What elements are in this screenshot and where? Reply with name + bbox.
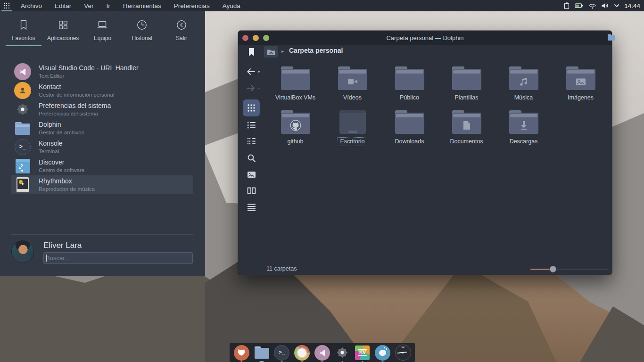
tab-favoritos[interactable]: Favoritos (4, 14, 43, 46)
folder-virtualbox-vms[interactable]: VirtualBox VMs (267, 64, 324, 107)
back-dropdown-icon[interactable]: ▾ (258, 70, 260, 74)
folder-descargas[interactable]: Descargas (495, 107, 552, 151)
titlebar[interactable]: Carpeta personal — Dolphin (238, 31, 612, 45)
folder-icon (395, 110, 424, 134)
menu-archivo[interactable]: Archivo (21, 2, 42, 9)
folder-icon (395, 66, 424, 90)
folder-downloads[interactable]: Downloads (381, 107, 438, 151)
folder-icon (281, 66, 310, 90)
folder-publico[interactable]: Público (381, 64, 438, 107)
folder-videos[interactable]: Vídeos (324, 64, 381, 107)
user-avatar[interactable] (11, 240, 34, 263)
wifi-icon[interactable] (588, 3, 596, 9)
folder-github[interactable]: github (267, 107, 324, 151)
tab-label: Historial (132, 35, 152, 41)
menu-ver[interactable]: Ver (84, 2, 93, 9)
menu-ir[interactable]: Ir (107, 2, 110, 9)
app-item-discover[interactable]: › DiscoverCentro de software (11, 156, 193, 175)
tab-label: Aplicaciones (47, 35, 79, 41)
menu-preferencias[interactable]: Preferencias (174, 2, 210, 9)
app-item-kontact[interactable]: KontactGestor de información personal (11, 81, 193, 100)
tab-equipo[interactable]: Equipo (83, 14, 123, 46)
places-bookmark-icon[interactable] (248, 48, 255, 57)
computer-icon (96, 19, 108, 31)
menu-herramientas[interactable]: Herramientas (123, 2, 161, 9)
dock-item-vscode[interactable] (314, 345, 330, 361)
breadcrumb-home-button[interactable] (264, 46, 278, 58)
downloads-folder-icon (509, 110, 538, 134)
app-item-konsole[interactable]: >_ KonsoleTerminal (11, 138, 193, 156)
search-icon[interactable] (247, 154, 256, 163)
close-button[interactable] (242, 35, 248, 41)
forward-dropdown-icon[interactable]: ▾ (258, 86, 260, 90)
dock-item-system-settings[interactable] (334, 345, 350, 361)
search-input[interactable] (44, 255, 192, 262)
system-settings-icon (14, 101, 31, 118)
dock-item-blue-app[interactable] (375, 345, 391, 361)
breadcrumb-separator: ▸ (281, 49, 284, 54)
dock-item-firefox[interactable] (233, 345, 249, 361)
app-launcher-button[interactable] (0, 0, 13, 11)
battery-icon[interactable] (575, 2, 584, 9)
system-settings-icon (335, 345, 350, 360)
breadcrumb-location[interactable]: Carpeta personal (289, 47, 343, 54)
folder-label: Público (398, 94, 421, 102)
search-box (43, 252, 193, 264)
app-item-system-settings[interactable]: Preferencias del sistemaPreferencias del… (11, 100, 193, 119)
app-item-vscode[interactable]: Visual Studio Code - URL HandlerText Edi… (11, 62, 193, 81)
clipboard-icon[interactable] (563, 2, 570, 9)
icons-view-button[interactable] (243, 99, 260, 116)
compact-view-icon[interactable] (247, 137, 256, 145)
dock: >_ KV (230, 343, 415, 362)
dock-item-kvantum[interactable]: KV (355, 345, 371, 361)
app-item-dolphin[interactable]: DolphinGestor de archivos (11, 119, 193, 138)
folder-label: github (285, 138, 305, 146)
dolphin-window: Carpeta personal — Dolphin ▸ Carpeta per… (238, 31, 612, 275)
clock[interactable]: 14:44 (624, 2, 640, 9)
tab-salir[interactable]: Salir (162, 14, 201, 46)
dock-item-konsole[interactable]: >_ (274, 345, 290, 361)
desktop: Archivo Editar Ver Ir Herramientas Prefe… (0, 0, 644, 362)
panel-divider (11, 234, 193, 235)
app-name: Kontact (39, 83, 114, 91)
folder-plantillas[interactable]: Plantillas (438, 64, 495, 107)
menu-ayuda[interactable]: Ayuda (223, 2, 240, 9)
app-item-rhythmbox[interactable]: RhythmboxReproductor de música (11, 175, 193, 194)
volume-icon[interactable] (601, 2, 609, 9)
zoom-slider-handle[interactable] (550, 266, 556, 272)
text-cursor (46, 255, 47, 262)
app-description: Preferencias del sistema (39, 110, 111, 117)
minimize-button[interactable] (253, 35, 259, 41)
app-name: Rhythmbox (39, 177, 95, 186)
user-name: Eliver Lara (43, 241, 82, 250)
maximize-button[interactable] (263, 35, 269, 41)
menu-editar[interactable]: Editar (55, 2, 71, 9)
preview-icon[interactable] (247, 171, 256, 179)
menu-icon[interactable] (247, 203, 256, 211)
forward-icon[interactable] (246, 84, 256, 92)
list-view-icon[interactable] (247, 121, 256, 129)
desktop-folder-icon (339, 110, 366, 134)
documents-folder-icon (452, 110, 481, 134)
back-icon[interactable] (246, 67, 256, 76)
dock-item-file-manager[interactable] (254, 345, 270, 361)
launcher-tabs: Favoritos Aplicaciones Equipo Historial (4, 14, 201, 46)
split-view-icon[interactable] (247, 187, 256, 195)
folder-documentos[interactable]: Documentos (438, 107, 495, 151)
tab-aplicaciones[interactable]: Aplicaciones (43, 14, 83, 46)
top-menubar: Archivo Editar Ver Ir Herramientas Prefe… (0, 0, 644, 11)
folder-escritorio[interactable]: Escritorio (324, 107, 381, 151)
konsole-icon: >_ (14, 139, 31, 156)
tab-historial[interactable]: Historial (122, 14, 162, 46)
folder-label: VirtualBox VMs (273, 94, 317, 102)
folder-musica[interactable]: Música (495, 64, 552, 107)
dock-item-clock[interactable]: 12 (395, 345, 411, 361)
zoom-slider-track[interactable] (556, 269, 609, 270)
folder-imagenes[interactable]: Imágenes (552, 64, 609, 107)
folder-label: Música (512, 94, 535, 102)
chevron-down-icon[interactable] (614, 4, 619, 8)
dock-item-chromium[interactable] (294, 345, 310, 361)
app-name: Preferencias del sistema (39, 102, 111, 110)
leave-icon (175, 19, 188, 31)
app-description: Text Editor (39, 73, 139, 79)
